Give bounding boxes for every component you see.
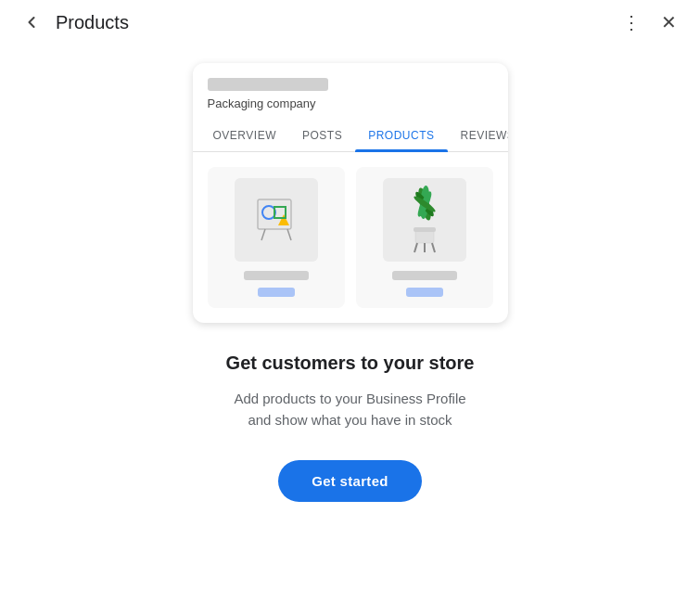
get-started-button[interactable]: Get started (278, 460, 422, 502)
svg-line-4 (261, 229, 265, 240)
business-type: Packaging company (208, 96, 493, 110)
products-grid (193, 152, 508, 323)
product-card-2[interactable] (356, 167, 493, 308)
product-image-2 (383, 178, 466, 262)
svg-line-13 (414, 243, 417, 252)
promo-description: Add products to your Business Profileand… (226, 389, 475, 430)
promo-section: Get customers to your store Add products… (171, 353, 530, 430)
svg-line-15 (432, 243, 435, 252)
product-image-1 (235, 178, 318, 262)
close-button[interactable]: ✕ (652, 6, 685, 39)
main-content: Packaging company OVERVIEW POSTS PRODUCT… (0, 45, 700, 502)
page-title: Products (56, 12, 615, 33)
product-1-name-placeholder (244, 271, 309, 280)
plant-icon (397, 186, 452, 255)
tab-reviews[interactable]: REVIEWS (448, 120, 508, 151)
geometric-icon (248, 192, 304, 248)
business-card-preview: Packaging company OVERVIEW POSTS PRODUCT… (193, 63, 508, 323)
product-card-1[interactable] (208, 167, 345, 308)
svg-rect-11 (415, 230, 434, 243)
tab-products[interactable]: PRODUCTS (355, 120, 447, 151)
product-1-price-placeholder (258, 288, 295, 297)
business-name-placeholder (208, 78, 328, 91)
header-actions: ⋮ ✕ (615, 6, 685, 39)
business-card-header: Packaging company (193, 63, 508, 120)
more-options-button[interactable]: ⋮ (615, 6, 648, 39)
back-button[interactable] (15, 6, 48, 39)
svg-line-5 (287, 229, 291, 240)
tab-posts[interactable]: POSTS (289, 120, 355, 151)
product-2-price-placeholder (406, 288, 443, 297)
tab-overview[interactable]: OVERVIEW (200, 120, 289, 151)
tabs-bar: OVERVIEW POSTS PRODUCTS REVIEWS (193, 120, 508, 152)
svg-rect-12 (414, 227, 436, 232)
header: Products ⋮ ✕ (0, 0, 700, 45)
product-2-name-placeholder (392, 271, 457, 280)
promo-title: Get customers to your store (226, 353, 475, 374)
